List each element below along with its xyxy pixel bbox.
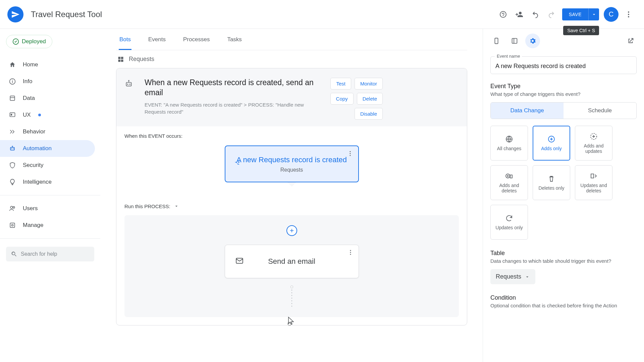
table-select[interactable]: Requests (490, 269, 535, 284)
preview-phone-icon[interactable] (489, 34, 504, 48)
svg-rect-5 (12, 81, 13, 83)
tab-events[interactable]: Events (148, 29, 166, 50)
redo-icon[interactable] (545, 8, 558, 21)
svg-point-1 (628, 14, 629, 15)
bot-card: When a new Requests record is created, s… (116, 68, 467, 325)
help-icon[interactable] (496, 8, 510, 21)
svg-rect-6 (12, 80, 13, 80)
bot-action-monitor[interactable]: Monitor (355, 78, 383, 89)
trash-icon (547, 175, 555, 183)
event-name-field[interactable]: Event name (490, 56, 637, 74)
svg-rect-43 (510, 175, 512, 178)
sidebar-item-manage[interactable]: Manage (0, 217, 95, 234)
event-node[interactable]: A new Requests record is created Request… (225, 145, 359, 182)
automation-icon (9, 145, 16, 152)
event-type-title: Event Type (490, 83, 637, 90)
condition-title: Condition (490, 294, 637, 301)
notification-dot-icon (38, 114, 41, 116)
svg-rect-7 (10, 96, 14, 100)
opt-updates-deletes[interactable]: Updates and deletes (575, 165, 612, 200)
bot-action-disable[interactable]: Disable (355, 108, 383, 120)
save-dropdown-button[interactable] (588, 8, 599, 20)
plus-circle-icon (547, 135, 555, 143)
sidebar-item-behavior[interactable]: Behavior (0, 123, 95, 140)
svg-rect-36 (495, 38, 498, 44)
sidebar-item-ux[interactable]: UX (0, 107, 95, 123)
step-node-title: Send an email (232, 257, 352, 266)
sidebar-item-label: Behavior (23, 128, 45, 135)
sidebar-item-label: Security (23, 162, 43, 169)
svg-point-28 (128, 80, 129, 81)
settings-icon[interactable] (525, 34, 540, 48)
undo-icon[interactable] (529, 8, 542, 21)
search-help-input[interactable]: Search for help (6, 247, 94, 261)
opt-adds-only[interactable]: Adds only (533, 126, 570, 161)
chevron-down-icon (525, 274, 530, 280)
sidebar-item-label: UX (23, 112, 31, 118)
bot-action-test[interactable]: Test (330, 78, 351, 89)
open-external-icon[interactable] (623, 34, 638, 48)
sidebar-item-label: Home (23, 61, 38, 68)
svg-point-12 (11, 148, 12, 149)
add-user-icon[interactable] (513, 8, 526, 21)
sidebar-item-users[interactable]: Users (0, 200, 95, 217)
breadcrumb[interactable]: Requests (116, 50, 467, 68)
process-section-label-row[interactable]: Run this PROCESS: (116, 195, 467, 209)
condition-desc: Optional condition that is checked befor… (490, 303, 637, 308)
right-panel: Event name Event Type What type of chang… (483, 29, 644, 362)
preview-tablet-icon[interactable] (507, 34, 522, 48)
opt-adds-deletes[interactable]: Adds and deletes (490, 165, 528, 200)
bulb-icon (9, 178, 16, 186)
sidebar-item-info[interactable]: Info (0, 73, 95, 90)
tab-tasks[interactable]: Tasks (226, 29, 242, 50)
shuffle-icon (233, 160, 241, 168)
bot-actions: Test Monitor Copy Delete Disable (316, 78, 383, 120)
svg-point-34 (350, 252, 351, 253)
tab-processes[interactable]: Processes (182, 29, 210, 50)
behavior-icon (9, 128, 16, 135)
table-select-value: Requests (496, 273, 521, 280)
opt-adds-updates[interactable]: Adds and updates (575, 126, 612, 161)
seg-data-change[interactable]: Data Change (491, 103, 564, 119)
step-node[interactable]: Send an email (225, 245, 359, 278)
event-name-input[interactable] (495, 63, 632, 70)
sidebar-item-automation[interactable]: Automation (0, 140, 95, 157)
bot-action-copy[interactable]: Copy (330, 93, 354, 105)
save-button[interactable]: SAVE (562, 8, 588, 20)
process-section-label: Run this PROCESS: (124, 203, 170, 209)
svg-point-2 (628, 16, 629, 17)
sidebar-item-security[interactable]: Security (0, 157, 95, 174)
add-step-button[interactable] (286, 225, 297, 236)
more-icon[interactable] (622, 8, 635, 21)
sidebar-item-home[interactable]: Home (0, 56, 95, 73)
svg-point-25 (127, 84, 128, 85)
svg-rect-18 (10, 223, 14, 227)
node-menu-icon[interactable] (347, 150, 354, 158)
change-type-grid: All changes Adds only Adds and updates A… (490, 126, 637, 240)
deployed-label: Deployed (22, 38, 46, 45)
sidebar-item-intelligence[interactable]: Intelligence (0, 174, 95, 190)
deployed-badge: Deployed (6, 35, 52, 48)
sidebar-item-label: Manage (23, 222, 43, 229)
center-tabs: Bots Events Processes Tasks (116, 29, 467, 50)
svg-point-15 (12, 146, 13, 147)
process-body: Send an email (124, 215, 459, 317)
svg-rect-11 (10, 147, 14, 150)
sidebar-item-data[interactable]: Data (0, 90, 95, 107)
tab-bots[interactable]: Bots (119, 29, 131, 50)
node-menu-icon[interactable] (347, 249, 354, 257)
user-avatar[interactable]: C (604, 7, 619, 22)
svg-point-0 (628, 11, 629, 13)
opt-all-changes[interactable]: All changes (490, 126, 528, 161)
opt-updates-only[interactable]: Updates only (490, 205, 528, 240)
sidebar-item-label: Automation (23, 145, 52, 152)
center-panel: Bots Events Processes Tasks Requests Whe… (101, 29, 483, 362)
svg-rect-10 (11, 114, 12, 116)
opt-deletes-only[interactable]: Deletes only (533, 165, 570, 200)
seg-schedule[interactable]: Schedule (564, 103, 636, 119)
svg-point-16 (10, 206, 13, 208)
plus-circle-dashed-icon (590, 132, 598, 140)
event-node-subtitle: Requests (232, 167, 352, 173)
svg-point-29 (350, 151, 351, 152)
bot-action-delete[interactable]: Delete (357, 93, 383, 105)
